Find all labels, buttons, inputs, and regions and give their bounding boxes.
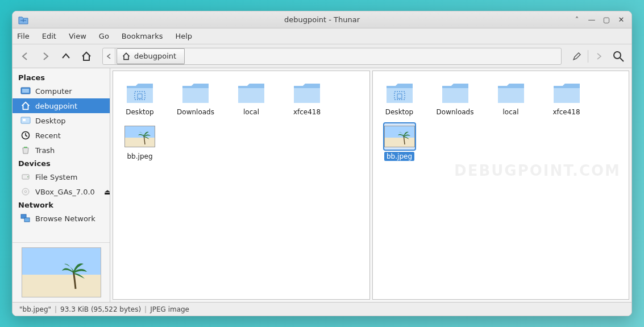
file-item[interactable]: bb.jpeg <box>379 123 421 161</box>
file-item[interactable]: Desktop <box>119 79 161 117</box>
sidebar-item-computer[interactable]: Computer <box>13 84 110 98</box>
eject-icon[interactable]: ⏏ <box>104 188 110 196</box>
trash-icon <box>20 145 31 155</box>
pane-right[interactable]: DEBUGPOINT.COM Desktop Downloads local x… <box>372 71 630 300</box>
svg-rect-6 <box>24 147 27 148</box>
file-item[interactable]: Downloads <box>434 79 476 117</box>
menu-help[interactable]: Help <box>175 32 192 40</box>
sidebar-item-label: debugpoint <box>35 102 77 110</box>
back-button[interactable] <box>17 48 33 64</box>
sidebar-item-vbox[interactable]: VBox_GAs_7.0.0 ⏏ <box>13 184 110 199</box>
path-segment-label: debugpoint <box>134 52 176 60</box>
file-item[interactable]: xfce418 <box>286 79 328 117</box>
divider <box>588 50 588 63</box>
parent-button[interactable] <box>58 48 74 64</box>
toolbar: debugpoint <box>13 44 631 68</box>
pane-left[interactable]: Desktop Downloads local xfce418bb.jpeg <box>113 71 370 300</box>
preview-image <box>22 247 101 297</box>
sidebar-item-recent[interactable]: Recent <box>13 128 110 143</box>
status-filename: "bb.jpeg" <box>19 305 51 313</box>
body: Places Computer debugpoint Desktop Recen… <box>13 68 631 302</box>
edit-path-button[interactable] <box>570 49 584 64</box>
folder-icon <box>124 79 155 105</box>
folder-icon <box>384 79 415 105</box>
path-segment-home[interactable]: debugpoint <box>117 48 185 64</box>
sidebar-item-label: Browse Network <box>35 214 95 223</box>
menubar: File Edit View Go Bookmarks Help <box>13 28 631 44</box>
drive-icon <box>20 172 31 182</box>
maximize-icon[interactable]: ▢ <box>602 15 611 24</box>
file-item[interactable]: local <box>490 79 532 117</box>
folder-icon <box>180 79 211 105</box>
image-icon <box>124 123 155 150</box>
desktop-icon <box>20 115 31 126</box>
collapse-icon[interactable]: ˄ <box>572 15 581 24</box>
file-label: local <box>501 107 521 117</box>
file-label: xfce418 <box>291 107 323 117</box>
sidebar: Places Computer debugpoint Desktop Recen… <box>13 68 110 302</box>
sidebar-item-label: Computer <box>35 87 72 96</box>
file-label: Desktop <box>123 107 156 117</box>
svg-point-8 <box>27 176 28 177</box>
forward-button[interactable] <box>38 48 53 64</box>
preview-thumbnail <box>13 242 110 302</box>
file-label: bb.jpeg <box>125 152 155 161</box>
minimize-icon[interactable]: — <box>587 15 596 24</box>
home-button[interactable] <box>78 48 94 64</box>
status-size: 93.3 KiB (95,522 bytes) <box>60 305 141 313</box>
menu-edit[interactable]: Edit <box>42 32 56 40</box>
svg-rect-12 <box>24 218 30 222</box>
disc-icon <box>20 187 31 197</box>
file-label: Downloads <box>174 107 217 117</box>
sidebar-section-devices: Devices <box>13 158 110 169</box>
file-label: Downloads <box>434 107 476 117</box>
menu-file[interactable]: File <box>17 32 30 40</box>
computer-icon <box>20 86 31 96</box>
svg-point-10 <box>24 191 26 192</box>
home-icon <box>122 52 131 61</box>
sidebar-item-desktop[interactable]: Desktop <box>13 113 110 128</box>
sidebar-item-label: Trash <box>35 146 55 155</box>
path-history-button[interactable] <box>103 48 115 64</box>
status-type: JPEG image <box>150 305 189 313</box>
app-window: debugpoint - Thunar ˄ — ▢ ✕ File Edit Vi… <box>12 11 632 316</box>
file-item[interactable]: Downloads <box>174 79 217 117</box>
file-label: Desktop <box>383 107 416 117</box>
sidebar-item-label: Recent <box>35 131 61 140</box>
menu-go[interactable]: Go <box>99 32 109 40</box>
sidebar-item-label: Desktop <box>35 117 66 125</box>
file-item[interactable]: local <box>230 79 272 117</box>
file-item[interactable]: bb.jpeg <box>119 123 161 161</box>
close-icon[interactable]: ✕ <box>617 15 626 24</box>
path-next-button[interactable] <box>592 49 606 64</box>
sidebar-item-home[interactable]: debugpoint <box>13 98 110 113</box>
svg-rect-4 <box>23 119 26 121</box>
recent-icon <box>20 130 31 140</box>
network-icon <box>20 213 31 223</box>
folder-icon <box>551 79 582 105</box>
search-button[interactable] <box>610 48 627 65</box>
sidebar-item-trash[interactable]: Trash <box>13 143 110 158</box>
image-icon <box>384 123 415 150</box>
folder-icon <box>236 79 267 105</box>
sidebar-section-places: Places <box>13 72 110 84</box>
svg-rect-2 <box>22 89 29 93</box>
home-icon <box>20 101 31 111</box>
folder-icon <box>292 79 322 105</box>
pathbar: debugpoint <box>102 48 562 65</box>
file-label: bb.jpeg <box>384 152 414 161</box>
app-icon <box>17 14 30 26</box>
sidebar-item-filesystem[interactable]: File System <box>13 169 110 184</box>
sidebar-section-network: Network <box>13 199 110 211</box>
menu-view[interactable]: View <box>69 32 86 40</box>
file-label: local <box>241 107 261 117</box>
folder-icon <box>496 79 526 105</box>
file-item[interactable]: xfce418 <box>546 79 588 117</box>
sidebar-item-network[interactable]: Browse Network <box>13 211 110 226</box>
svg-point-0 <box>614 52 621 59</box>
menu-bookmarks[interactable]: Bookmarks <box>122 32 163 40</box>
sidebar-item-label: VBox_GAs_7.0.0 <box>35 188 95 196</box>
titlebar[interactable]: debugpoint - Thunar ˄ — ▢ ✕ <box>13 11 631 28</box>
file-item[interactable]: Desktop <box>379 79 421 117</box>
watermark: DEBUGPOINT.COM <box>454 162 621 179</box>
